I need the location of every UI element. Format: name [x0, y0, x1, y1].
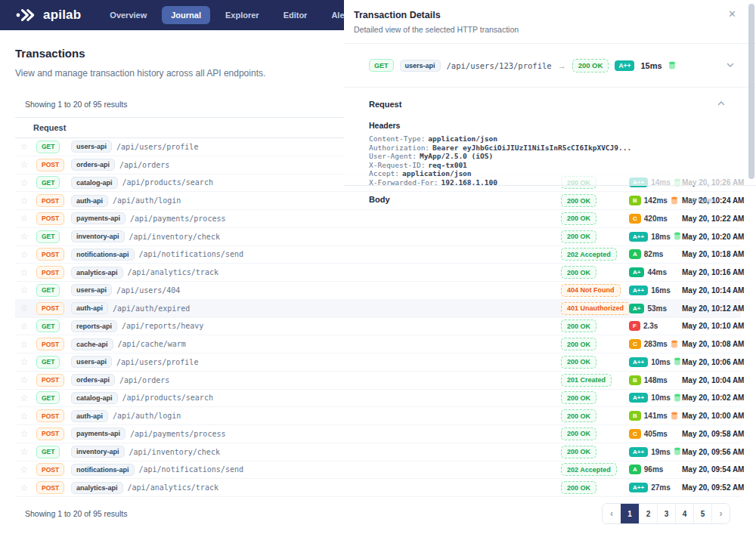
table-footer: Showing 1 to 20 of 95 results ‹ 12345 › [15, 503, 741, 524]
request-headers-list: Content-Type:application/json Authorizat… [369, 134, 726, 187]
summary-service-badge: users-api [400, 60, 441, 72]
favorite-star-icon[interactable]: ☆ [17, 142, 32, 151]
favorite-star-icon[interactable]: ☆ [17, 268, 32, 277]
service-badge: notifications-api [71, 248, 135, 261]
service-badge: reports-api [71, 320, 117, 332]
favorite-star-icon[interactable]: ☆ [17, 429, 32, 438]
favorite-star-icon[interactable]: ☆ [17, 340, 32, 349]
arrow-right-icon: → [558, 61, 566, 70]
timestamp: May 20, 09:56 AM [682, 448, 739, 456]
favorite-star-icon[interactable]: ☆ [17, 447, 32, 456]
prev-page-button[interactable]: ‹ [603, 504, 621, 523]
grade-badge: A [629, 249, 641, 259]
performance-cell: A 82ms [629, 249, 677, 259]
table-row[interactable]: ☆ POST analytics-api /api/analytics/trac… [15, 264, 741, 282]
favorite-star-icon[interactable]: ☆ [17, 375, 32, 384]
nav-item-explorer[interactable]: Explorer [216, 6, 268, 24]
endpoint-path: /api/cache/warm [118, 340, 556, 348]
favorite-star-icon[interactable]: ☆ [17, 394, 32, 403]
table-row[interactable]: ☆ POST notifications-api /api/notificati… [15, 461, 741, 480]
endpoint-path: /api/inventory/check [129, 448, 556, 456]
transaction-summary-row[interactable]: GET users-api /api/users/123/profile → 2… [344, 44, 756, 88]
brand[interactable]: apilab [15, 7, 81, 23]
cache-indicator-icon [668, 61, 676, 69]
table-row[interactable]: ☆ POST payments-api /api/payments/proces… [15, 425, 741, 443]
body-title: Body [369, 195, 390, 204]
grade-badge: A++ [629, 232, 648, 242]
table-row[interactable]: ☆ GET reports-api /api/reports/heavy 200… [15, 318, 741, 336]
page-button-5[interactable]: 5 [693, 504, 711, 523]
table-row[interactable]: ☆ GET users-api /api/users/404 404 Not F… [15, 282, 741, 300]
nav-item-journal[interactable]: Journal [162, 6, 210, 24]
status-badge: 200 OK [561, 319, 596, 332]
timestamp: May 20, 10:04 AM [682, 376, 739, 384]
response-time: 283ms [644, 340, 668, 348]
endpoint-path: /api/auth/expired [113, 304, 556, 313]
response-time: 27ms [651, 483, 671, 492]
favorite-star-icon[interactable]: ☆ [17, 286, 32, 295]
status-badge: 401 Unauthorized [561, 302, 630, 315]
status-badge: 200 OK [561, 356, 596, 369]
favorite-star-icon[interactable]: ☆ [17, 357, 32, 366]
favorite-star-icon[interactable]: ☆ [17, 250, 32, 259]
service-badge: users-api [71, 356, 112, 368]
favorite-star-icon[interactable]: ☆ [17, 304, 32, 313]
grade-badge: C [629, 429, 641, 439]
table-row[interactable]: ☆ POST auth-api /api/auth/login 200 OK B… [15, 407, 741, 425]
body-size: 156 bytes [684, 196, 715, 204]
next-page-button[interactable]: › [711, 504, 730, 523]
table-row[interactable]: ☆ GET catalog-api /api/products/search 2… [15, 390, 741, 408]
nav-item-editor[interactable]: Editor [274, 6, 317, 24]
method-badge: GET [36, 391, 60, 404]
endpoint-path: /api/notifications/send [139, 465, 557, 474]
page-button-3[interactable]: 3 [657, 504, 675, 523]
method-badge: GET [36, 319, 60, 332]
favorite-star-icon[interactable]: ☆ [17, 196, 32, 205]
table-row[interactable]: ☆ POST notifications-api /api/notificati… [15, 246, 741, 264]
method-badge: GET [36, 176, 60, 189]
table-row[interactable]: ☆ POST payments-api /api/payments/proces… [15, 210, 741, 228]
timestamp: May 20, 09:52 AM [682, 483, 739, 492]
favorite-star-icon[interactable]: ☆ [17, 232, 32, 241]
service-badge: notifications-api [71, 464, 135, 476]
page-buttons: 12345 [621, 504, 711, 523]
transaction-details-panel: Transaction Details Detailed view of the… [344, 0, 756, 186]
favorite-star-icon[interactable]: ☆ [17, 412, 32, 421]
table-row[interactable]: ☆ POST auth-api /api/auth/expired 401 Un… [15, 300, 741, 318]
panel-scrollbar[interactable] [748, 4, 754, 179]
page-button-4[interactable]: 4 [675, 504, 693, 523]
method-badge: POST [36, 194, 64, 207]
response-time: 18ms [651, 233, 671, 241]
table-row[interactable]: ☆ GET inventory-api /api/inventory/check… [15, 443, 741, 461]
table-row[interactable]: ☆ POST analytics-api /api/analytics/trac… [15, 479, 741, 497]
favorite-star-icon[interactable]: ☆ [17, 214, 32, 223]
page-button-1[interactable]: 1 [621, 504, 639, 523]
nav-item-overview[interactable]: Overview [101, 6, 156, 24]
method-badge: POST [36, 338, 64, 350]
grade-badge: A++ [629, 447, 648, 457]
table-row[interactable]: ☆ GET inventory-api /api/inventory/check… [15, 228, 741, 246]
favorite-star-icon[interactable]: ☆ [17, 465, 32, 474]
favorite-star-icon[interactable]: ☆ [17, 160, 32, 169]
favorite-star-icon[interactable]: ☆ [17, 483, 32, 492]
close-icon[interactable]: ✕ [728, 9, 736, 19]
table-row[interactable]: ☆ GET users-api /api/users/profile 200 O… [15, 353, 741, 372]
table-row[interactable]: ☆ POST cache-api /api/cache/warm 200 OK … [15, 335, 741, 353]
grade-badge: A++ [629, 357, 648, 367]
endpoint-path: /api/inventory/check [129, 233, 556, 241]
performance-cell: A+ 44ms [629, 267, 677, 277]
response-time: 420ms [644, 215, 668, 223]
service-badge: catalog-api [71, 177, 118, 189]
panel-header: Transaction Details Detailed view of the… [344, 0, 756, 34]
timestamp: May 20, 10:10 AM [682, 322, 739, 330]
favorite-star-icon[interactable]: ☆ [17, 178, 32, 187]
header-key: Accept: [369, 169, 399, 177]
chevron-down-icon[interactable] [726, 59, 735, 73]
request-section-title: Request [369, 100, 401, 109]
favorite-star-icon[interactable]: ☆ [17, 322, 32, 331]
chevron-up-icon[interactable] [717, 97, 726, 111]
table-row[interactable]: ☆ POST orders-api /api/orders 201 Create… [15, 372, 741, 390]
cache-indicator-icon [674, 232, 681, 240]
page-button-2[interactable]: 2 [639, 504, 657, 523]
performance-cell: A 96ms [629, 465, 677, 474]
